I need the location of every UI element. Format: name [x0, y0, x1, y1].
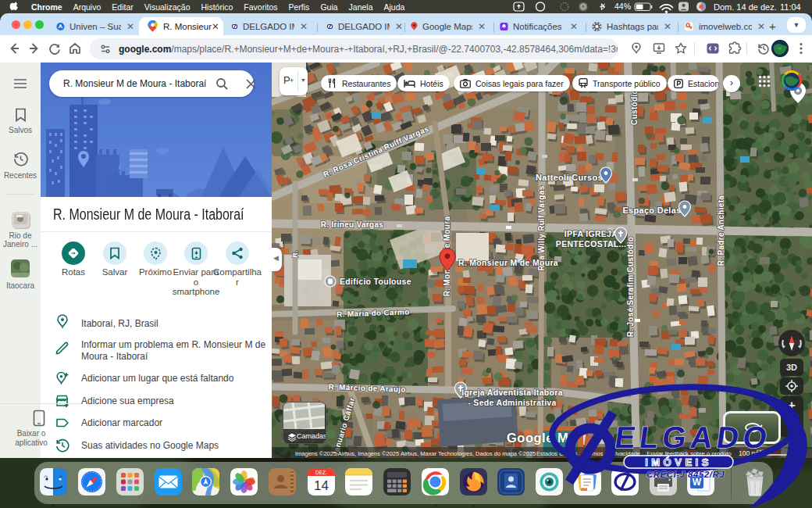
svg-text:R.: R. [291, 250, 299, 258]
svg-text:11:04: 11:04 [780, 2, 801, 12]
svg-text:Natteoli Cursos: Natteoli Cursos [536, 173, 603, 182]
svg-text:Espaço Delas: Espaço Delas [622, 206, 681, 215]
svg-text:W: W [692, 477, 701, 488]
svg-text:44%: 44% [614, 2, 631, 11]
svg-text:Custódio: Custódio [630, 89, 639, 125]
svg-text:Igreja Adventista Itabora: Igreja Adventista Itabora [461, 388, 563, 397]
svg-text:R. Padre Anchieta: R. Padre Anchieta [717, 195, 725, 266]
svg-text:PENTECOSTAL...: PENTECOSTAL... [556, 239, 626, 249]
svg-text:14: 14 [314, 478, 329, 493]
svg-text:IPFA IGREJA: IPFA IGREJA [564, 229, 618, 238]
svg-text:R. José Serafim Custódio: R. José Serafim Custódio [626, 237, 635, 337]
svg-text:DEZ.: DEZ. [315, 470, 327, 475]
svg-text:R. Monsieur M de Moura: R. Monsieur M de Moura [458, 258, 558, 267]
svg-text:Edifício Toulouse: Edifício Toulouse [340, 277, 411, 286]
svg-text:- Sede Administrativa: - Sede Administrativa [468, 398, 556, 407]
svg-text:R. Irineu Vargas: R. Irineu Vargas [321, 220, 384, 229]
svg-text:Dom. 14 de dez.: Dom. 14 de dez. [714, 2, 777, 12]
